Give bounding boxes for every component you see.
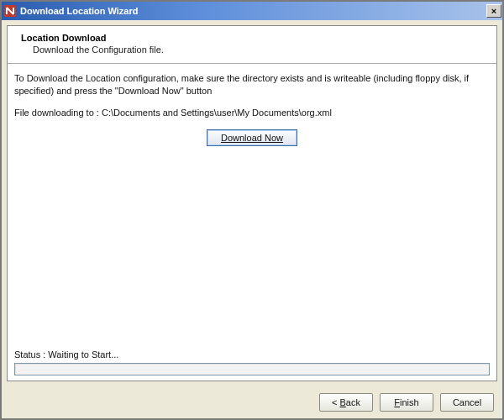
download-path-line: File downloading to : C:\Documents and S… xyxy=(14,108,490,118)
status-prefix: Status : xyxy=(14,349,48,360)
back-label: < Back xyxy=(332,397,360,407)
close-button[interactable]: × xyxy=(486,4,501,18)
wizard-body: To Download the Location configuration, … xyxy=(8,64,496,381)
page-title: Location Download xyxy=(21,33,483,43)
app-icon xyxy=(3,4,17,18)
window-title: Download Location Wizard xyxy=(20,6,486,16)
cancel-label: Cancel xyxy=(453,397,481,407)
status-value: Waiting to Start... xyxy=(48,349,118,360)
wizard-inner: Location Download Download the Configura… xyxy=(7,25,497,381)
finish-button[interactable]: Finish xyxy=(380,393,433,412)
cancel-button[interactable]: Cancel xyxy=(440,393,494,412)
progress-bar xyxy=(14,363,490,375)
wizard-header: Location Download Download the Configura… xyxy=(8,26,496,64)
back-button[interactable]: < Back xyxy=(319,393,373,412)
download-now-button[interactable]: Download Now xyxy=(207,129,297,146)
close-icon: × xyxy=(491,7,496,16)
body-spacer xyxy=(14,155,490,349)
download-now-label: Download Now xyxy=(221,133,283,143)
download-path-value: C:\Documents and Settings\user\My Docume… xyxy=(102,108,332,118)
title-bar: Download Location Wizard × xyxy=(2,2,502,20)
page-subtitle: Download the Configuration file. xyxy=(21,45,483,55)
wizard-footer: < Back Finish Cancel xyxy=(2,386,502,418)
download-row: Download Now xyxy=(14,129,490,146)
wizard-window: Download Location Wizard × Location Down… xyxy=(0,0,504,420)
status-line: Status : Waiting to Start... xyxy=(14,349,490,360)
instruction-text: To Download the Location configuration, … xyxy=(14,72,490,97)
download-path-prefix: File downloading to : xyxy=(14,108,102,118)
finish-label: Finish xyxy=(394,397,418,407)
